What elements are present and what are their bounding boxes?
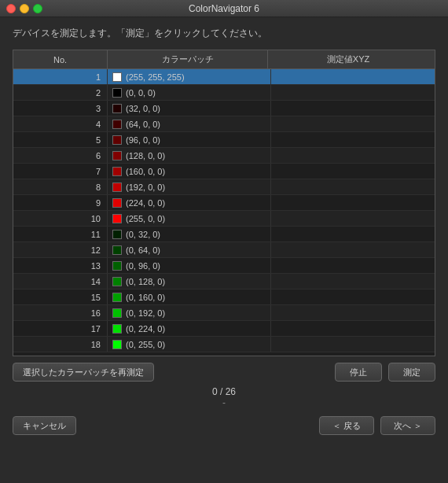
- color-swatch: [112, 308, 122, 318]
- measure-button[interactable]: 測定: [388, 363, 435, 382]
- color-swatch: [112, 324, 122, 334]
- main-content: デバイスを測定します。「測定」をクリックしてください。 No. カラーパッチ 測…: [0, 17, 448, 356]
- color-swatch: [112, 151, 122, 160]
- table-row[interactable]: 14(0, 128, 0): [13, 274, 435, 289]
- cell-no: 6: [13, 148, 108, 163]
- remeasure-button[interactable]: 選択したカラーパッチを再測定: [13, 363, 154, 382]
- color-swatch: [112, 293, 122, 302]
- patch-label: (96, 0, 0): [126, 135, 160, 145]
- cell-patch: (0, 96, 0): [108, 258, 271, 273]
- color-table: No. カラーパッチ 測定値XYZ 1(255, 255, 255)2(0, 0…: [13, 50, 435, 356]
- table-row[interactable]: 6(128, 0, 0): [13, 148, 435, 164]
- maximize-button[interactable]: [33, 4, 42, 13]
- window-title: ColorNavigator 6: [189, 3, 259, 14]
- back-button[interactable]: ＜ 戻る: [319, 416, 374, 435]
- color-swatch: [112, 72, 122, 82]
- cell-xyz: [271, 195, 435, 210]
- patch-label: (255, 0, 0): [126, 214, 165, 223]
- color-swatch: [112, 230, 122, 239]
- table-row[interactable]: 2(0, 0, 0): [13, 85, 435, 101]
- color-swatch: [112, 104, 122, 113]
- table-row[interactable]: 16(0, 192, 0): [13, 305, 435, 321]
- patch-label: (32, 0, 0): [126, 104, 160, 113]
- table-body[interactable]: 1(255, 255, 255)2(0, 0, 0)3(32, 0, 0)4(6…: [13, 69, 435, 356]
- cell-xyz: [271, 274, 435, 289]
- minimize-button[interactable]: [20, 4, 29, 13]
- cell-patch: (0, 64, 0): [108, 242, 271, 257]
- cell-no: 12: [13, 242, 108, 257]
- close-button[interactable]: [6, 4, 16, 13]
- table-row[interactable]: 11(0, 32, 0): [13, 227, 435, 242]
- table-row[interactable]: 17(0, 224, 0): [13, 321, 435, 337]
- cell-no: 13: [13, 258, 108, 273]
- title-bar: ColorNavigator 6: [0, 0, 448, 17]
- table-row[interactable]: 3(32, 0, 0): [13, 101, 435, 116]
- table-row[interactable]: 8(192, 0, 0): [13, 179, 435, 195]
- cell-patch: (0, 0, 0): [108, 85, 271, 100]
- cell-no: 15: [13, 289, 108, 304]
- stop-button[interactable]: 停止: [335, 363, 382, 382]
- table-row[interactable]: 15(0, 160, 0): [13, 289, 435, 305]
- table-row[interactable]: 5(96, 0, 0): [13, 132, 435, 148]
- patch-label: (255, 255, 255): [126, 72, 185, 82]
- patch-label: (224, 0, 0): [126, 198, 165, 208]
- patch-label: (0, 128, 0): [126, 277, 165, 286]
- cell-patch: (0, 32, 0): [108, 227, 271, 242]
- cell-xyz: [271, 69, 435, 84]
- cell-no: 2: [13, 85, 108, 100]
- cell-no: 4: [13, 116, 108, 131]
- cell-patch: (128, 0, 0): [108, 148, 271, 163]
- patch-label: (128, 0, 0): [126, 151, 165, 160]
- cell-no: 8: [13, 179, 108, 194]
- table-row[interactable]: 13(0, 96, 0): [13, 258, 435, 274]
- cell-xyz: [271, 211, 435, 226]
- patch-label: (192, 0, 0): [126, 183, 165, 192]
- action-row: 選択したカラーパッチを再測定 停止 測定: [13, 363, 435, 382]
- color-swatch: [112, 277, 122, 286]
- table-row[interactable]: 10(255, 0, 0): [13, 211, 435, 227]
- table-row[interactable]: 18(0, 255, 0): [13, 337, 435, 352]
- cell-xyz: [271, 258, 435, 273]
- cell-xyz: [271, 289, 435, 304]
- cell-no: 11: [13, 227, 108, 242]
- cell-patch: (192, 0, 0): [108, 179, 271, 194]
- table-row[interactable]: 1(255, 255, 255): [13, 69, 435, 85]
- color-swatch: [112, 88, 122, 98]
- progress-count: 0 / 26: [13, 386, 435, 397]
- cell-no: 7: [13, 164, 108, 179]
- cell-no: 10: [13, 211, 108, 226]
- cell-xyz: [271, 164, 435, 179]
- cell-patch: (0, 224, 0): [108, 321, 271, 336]
- color-swatch: [112, 167, 122, 176]
- table-row[interactable]: 4(64, 0, 0): [13, 116, 435, 132]
- next-button[interactable]: 次へ ＞: [380, 416, 435, 435]
- patch-label: (0, 160, 0): [126, 293, 165, 302]
- header-patch: カラーパッチ: [108, 50, 268, 68]
- table-row[interactable]: 12(0, 64, 0): [13, 242, 435, 258]
- cell-xyz: [271, 337, 435, 352]
- table-header: No. カラーパッチ 測定値XYZ: [13, 50, 435, 69]
- table-row[interactable]: 9(224, 0, 0): [13, 195, 435, 211]
- bottom-area: 選択したカラーパッチを再測定 停止 測定 0 / 26 - キャンセル ＜ 戻る…: [0, 356, 448, 440]
- cell-no: 5: [13, 132, 108, 147]
- patch-label: (64, 0, 0): [126, 120, 160, 129]
- cell-patch: (224, 0, 0): [108, 195, 271, 210]
- traffic-lights: [6, 4, 42, 13]
- cell-patch: (255, 255, 255): [108, 69, 271, 84]
- cell-patch: (64, 0, 0): [108, 116, 271, 131]
- cell-xyz: [271, 85, 435, 100]
- cell-xyz: [271, 101, 435, 116]
- cell-xyz: [271, 148, 435, 163]
- patch-label: (0, 32, 0): [126, 230, 160, 239]
- cell-no: 14: [13, 274, 108, 289]
- cell-xyz: [271, 132, 435, 147]
- cell-no: 18: [13, 337, 108, 352]
- cell-xyz: [271, 305, 435, 320]
- color-swatch: [112, 198, 122, 208]
- cell-xyz: [271, 242, 435, 257]
- table-row[interactable]: 7(160, 0, 0): [13, 164, 435, 179]
- cancel-button[interactable]: キャンセル: [13, 416, 76, 435]
- cell-patch: (0, 128, 0): [108, 274, 271, 289]
- progress-area: 0 / 26 -: [13, 386, 435, 408]
- cell-xyz: [271, 321, 435, 336]
